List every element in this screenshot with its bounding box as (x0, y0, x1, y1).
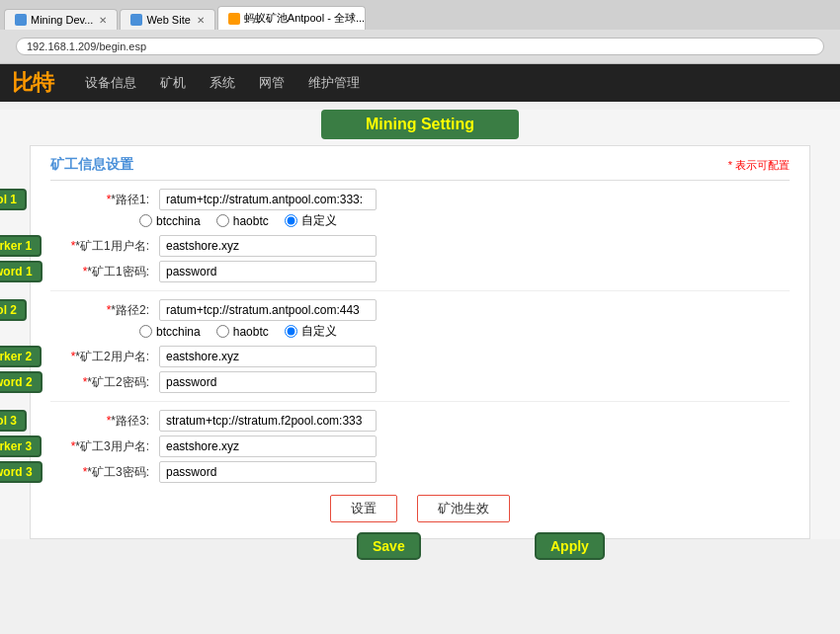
nav-item-miner[interactable]: 矿机 (148, 64, 198, 102)
tab-bar: Mining Dev... ✕ Web Site ✕ 蚂蚁矿池Antpool -… (0, 0, 840, 30)
nav-item-maintenance[interactable]: 维护管理 (296, 64, 372, 102)
app-logo: 比特 (12, 68, 53, 98)
annotation-worker3: Worker 3 (0, 436, 42, 457)
pool2-radio-btcchina[interactable]: btcchina (139, 325, 201, 339)
tab-label-mining: Mining Dev... (31, 14, 93, 26)
pool1-label: **路径1: (70, 192, 149, 208)
worker1-input[interactable] (159, 235, 377, 257)
pool3-input[interactable] (159, 410, 377, 432)
password3-label: **矿工3密码: (70, 464, 149, 481)
page-wrapper: Mining Dev... ✕ Web Site ✕ 蚂蚁矿池Antpool -… (0, 0, 840, 539)
worker1-label: **矿工1用户名: (70, 238, 149, 255)
save-button[interactable]: 设置 (330, 495, 397, 522)
worker3-input[interactable] (159, 436, 377, 457)
address-bar-row: 192.168.1.209/begin.esp (0, 30, 840, 63)
tab-favicon-mining (15, 14, 27, 26)
annotation-password2: Password 2 (0, 371, 42, 393)
tab-mining-dev[interactable]: Mining Dev... ✕ (4, 9, 118, 30)
nav-item-netmgmt[interactable]: 网管 (247, 64, 296, 102)
pool2-radio-group: btcchina haobtc 自定义 (139, 323, 790, 340)
annotation-worker2: Worker 2 (0, 346, 42, 367)
annotation-pool2: Pool 2 (0, 299, 27, 321)
pool1-radio-haobtc[interactable]: haobtc (216, 214, 269, 228)
worker2-input[interactable] (159, 346, 377, 367)
buttons-area: 设置 矿池生效 Save Apply (50, 495, 790, 522)
annotation-pool3: Pool 3 (0, 410, 27, 432)
annotation-pool1: Pool 1 (0, 189, 27, 210)
apply-button[interactable]: 矿池生效 (417, 495, 510, 522)
annotation-password3: Password 3 (0, 461, 42, 483)
form-title: 矿工信息设置 (50, 156, 133, 174)
annotation-save: Save (357, 532, 421, 560)
tab-favicon-antpool (228, 13, 240, 25)
form-note: * 表示可配置 (728, 158, 790, 173)
password1-input[interactable] (159, 261, 377, 282)
app-header: 比特 设备信息 矿机 系统 网管 维护管理 (0, 64, 840, 102)
tab-label-website: Web Site (146, 14, 190, 26)
pool2-radio-custom[interactable]: 自定义 (285, 323, 337, 340)
tab-close-website[interactable]: ✕ (197, 15, 205, 26)
worker3-label: **矿工3用户名: (70, 438, 149, 455)
pool1-radio-group: btcchina haobtc 自定义 (139, 212, 790, 229)
nav-item-device[interactable]: 设备信息 (73, 64, 148, 102)
form-header: 矿工信息设置 * 表示可配置 (50, 156, 790, 181)
pool1-radio-btcchina[interactable]: btcchina (139, 214, 201, 228)
pool2-input[interactable] (159, 299, 377, 321)
tab-antpool[interactable]: 蚂蚁矿池Antpool - 全球... ✕ (217, 6, 366, 30)
pool3-label: **路径3: (70, 413, 149, 430)
main-content: Mining Setting 矿工信息设置 * 表示可配置 Pool 1 **路… (0, 110, 840, 539)
pool1-input[interactable] (159, 189, 377, 210)
pool1-radio-custom[interactable]: 自定义 (285, 212, 337, 229)
password3-input[interactable] (159, 461, 377, 483)
address-text: 192.168.1.209/begin.esp (27, 40, 146, 52)
btn-row: 设置 矿池生效 (50, 495, 790, 522)
browser-chrome: Mining Dev... ✕ Web Site ✕ 蚂蚁矿池Antpool -… (0, 0, 840, 64)
password2-label: **矿工2密码: (70, 374, 149, 391)
address-bar[interactable]: 192.168.1.209/begin.esp (16, 38, 824, 55)
annotation-apply: Apply (535, 532, 605, 560)
tab-website[interactable]: Web Site ✕ (120, 9, 214, 30)
nav-item-system[interactable]: 系统 (198, 64, 247, 102)
pool2-radio-haobtc[interactable]: haobtc (216, 325, 269, 339)
pool2-label: **路径2: (70, 302, 149, 319)
password1-label: **矿工1密码: (70, 264, 149, 280)
annotation-password1: Password 1 (0, 261, 42, 282)
tab-label-antpool: 蚂蚁矿池Antpool - 全球... (244, 11, 365, 26)
worker2-label: **矿工2用户名: (70, 349, 149, 365)
annotation-worker1: Worker 1 (0, 235, 42, 257)
tab-close-mining[interactable]: ✕ (99, 15, 107, 26)
tab-favicon-website (130, 14, 142, 26)
page-title: Mining Setting (321, 110, 519, 139)
form-container: 矿工信息设置 * 表示可配置 Pool 1 **路径1: btcchina ha… (30, 145, 810, 539)
password2-input[interactable] (159, 371, 377, 393)
